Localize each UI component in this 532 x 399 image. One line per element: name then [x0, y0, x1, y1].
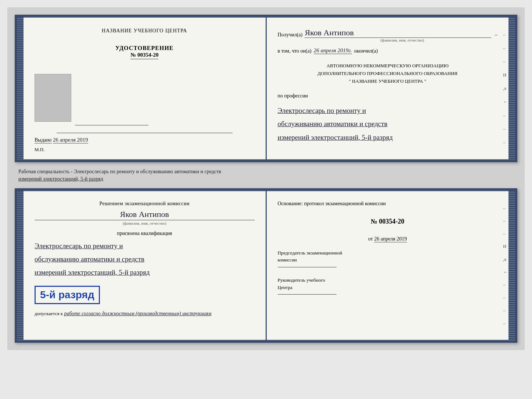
rukovoditel-line1: Руководитель учебного	[278, 277, 498, 284]
predsedatel-line1: Председатель экзаменационной	[278, 249, 498, 257]
top-right-panel: Получил(а) Яков Антипов – (фамилия, имя,…	[267, 17, 509, 160]
spine-left	[17, 17, 24, 160]
dopuskaetsya-block: допускается к работе согласно должностны…	[35, 311, 255, 317]
profession-line2: обслуживанию автоматики и средств	[278, 117, 498, 131]
right-side-marks: – – – И ,а ← – – –	[503, 28, 508, 149]
prof-line1: Электрослесарь по ремонту и	[35, 239, 255, 253]
ot-line: от 26 апреля 2019	[278, 235, 498, 243]
profession-block-top: Электрослесарь по ремонту и обслуживанию…	[278, 104, 498, 144]
bottom-right-panel: Основание: протокол экзаменационной коми…	[267, 190, 509, 341]
okochil-label: окончил(а)	[354, 48, 378, 54]
resheniem-title: Решением экзаменационной комиссии	[35, 200, 255, 207]
prof-line2: обслуживанию автоматики и средств	[35, 253, 255, 266]
bottom-left-panel: Решением экзаменационной комиссии Яков А…	[24, 190, 267, 341]
vydano-line: Выдано 26 апреля 2019	[35, 137, 88, 143]
middle-text1: Рабочая специальность - Электрослесарь п…	[18, 169, 221, 174]
photo-placeholder	[35, 74, 71, 122]
ot-label: от	[368, 236, 373, 242]
org-block: АВТОНОМНУЮ НЕКОММЕРЧЕСКУЮ ОРГАНИЗАЦИЮ ДО…	[278, 62, 498, 85]
org-name: " НАЗВАНИЕ УЧЕБНОГО ЦЕНТРА "	[278, 78, 498, 85]
page-wrapper: НАЗВАНИЕ УЧЕБНОГО ЦЕНТРА УДОСТОВЕРЕНИЕ №…	[7, 7, 525, 350]
ot-date: 26 апреля 2019	[374, 236, 407, 242]
proto-num: № 00354-20	[278, 216, 498, 227]
razryad-badge: 5-й разряд	[35, 286, 100, 304]
prisvoena: присвоена квалификация	[35, 231, 255, 236]
profession-line3: измерений электростанций, 5-й разряд	[278, 131, 498, 144]
spine-right	[508, 17, 515, 160]
vtom-date: 26 апреля 2019г.	[314, 47, 352, 54]
vydano-label: Выдано	[35, 137, 52, 143]
poluchil-label: Получил(а)	[278, 32, 303, 38]
vydano-date: 26 апреля 2019	[53, 137, 88, 143]
osnovanie-label: Основание: протокол экзаменационной коми…	[278, 200, 498, 208]
certificate-number: № 00354-20	[130, 52, 158, 59]
rukovoditel-block: Руководитель учебного Центра	[278, 277, 498, 298]
org-line2: ДОПОЛНИТЕЛЬНОГО ПРОФЕССИОНАЛЬНОГО ОБРАЗО…	[278, 70, 498, 78]
vtom-block: в том, что он(а) 26 апреля 2019г. окончи…	[278, 47, 498, 54]
vtom-prefix: в том, что он(а)	[278, 48, 312, 54]
predsedatel-sign-line	[278, 267, 337, 267]
top-certificate: НАЗВАНИЕ УЧЕБНОГО ЦЕНТРА УДОСТОВЕРЕНИЕ №…	[15, 15, 517, 162]
razryad-badge-block: 5-й разряд	[35, 282, 255, 308]
fio-sublabel-top: (фамилия, имя, отчество)	[307, 38, 498, 42]
udostoverenie-title: УДОСТОВЕРЕНИЕ	[115, 45, 174, 51]
predsedatel-line2: комиссии	[278, 256, 498, 264]
bottom-right-marks: – – – И ,а ← – – – –	[503, 202, 508, 329]
fio-sublabel-bottom: (фамилия, имя, отчество)	[35, 220, 255, 225]
bottom-certificate: Решением экзаменационной комиссии Яков А…	[15, 188, 517, 343]
top-left-panel: НАЗВАНИЕ УЧЕБНОГО ЦЕНТРА УДОСТОВЕРЕНИЕ №…	[24, 17, 267, 160]
left-center-title: НАЗВАНИЕ УЧЕБНОГО ЦЕНТРА	[102, 28, 187, 34]
qualification-block: Электрослесарь по ремонту и обслуживанию…	[35, 239, 255, 279]
mp-line: М.П.	[35, 147, 44, 153]
rukovoditel-sign-line	[278, 294, 337, 295]
udostoverenie-block: УДОСТОВЕРЕНИЕ № 00354-20	[115, 45, 174, 59]
po-professii: по профессии	[278, 93, 498, 99]
middle-text2: измерений электростанций, 5-й разряд	[18, 176, 103, 182]
spine-left-bottom	[17, 190, 24, 341]
prof-line3: измерений электростанций, 5-й разряд	[35, 266, 255, 279]
middle-text-block: Рабочая специальность - Электрослесарь п…	[15, 168, 517, 182]
profession-line1: Электрослесарь по ремонту и	[278, 104, 498, 117]
rukovoditel-line2: Центра	[278, 284, 498, 291]
predsedatel-block: Председатель экзаменационной комиссии	[278, 249, 498, 271]
fio-handwritten-top: Яков Антипов	[305, 28, 491, 38]
dopuskaetsya-italic: работе согласно должностным (производств…	[64, 311, 211, 316]
osnovanie-block: Основание: протокол экзаменационной коми…	[278, 200, 498, 243]
spine-right-bottom	[508, 190, 515, 341]
org-line1: АВТОНОМНУЮ НЕКОММЕРЧЕСКУЮ ОРГАНИЗАЦИЮ	[278, 62, 498, 70]
dopuskaetsya-prefix: допускается к	[35, 311, 63, 316]
fio-handwritten-bottom: Яков Антипов	[35, 210, 255, 219]
poluchil-block: Получил(а) Яков Антипов – (фамилия, имя,…	[278, 28, 498, 42]
